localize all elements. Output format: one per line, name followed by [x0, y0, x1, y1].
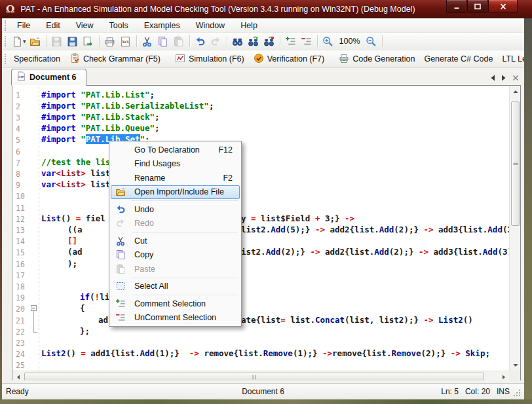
vertical-scroll-thumb[interactable]: [511, 101, 520, 226]
prev-tab-button[interactable]: [490, 75, 495, 81]
menu-item-label: Comment Selection: [134, 299, 206, 308]
comment-icon: [111, 299, 130, 309]
prev-tab-icon: [490, 75, 495, 81]
button-label: Code Generation: [352, 54, 415, 64]
menu-window[interactable]: Window: [189, 19, 231, 32]
menu-item-uncomment-selection[interactable]: UnComment Selection: [111, 311, 240, 325]
close-button[interactable]: [488, 0, 518, 13]
button-code-generation[interactable]: Code Generation: [334, 51, 419, 67]
code-segment: []: [67, 236, 77, 246]
menu-view[interactable]: View: [69, 19, 100, 32]
zoom-in-icon[interactable]: [320, 34, 336, 48]
document-panel: 1#import "PAT.Lib.List";2#import "PAT.Li…: [12, 85, 521, 382]
code-segment: >: [81, 168, 86, 178]
comment-icon[interactable]: [283, 34, 299, 48]
code-segment: add3{list.: [428, 247, 483, 257]
code-segment: (1);}: [293, 348, 322, 358]
code-editor[interactable]: 1#import "PAT.Lib.List";2#import "PAT.Li…: [12, 86, 509, 371]
window-border-bottom: [0, 399, 532, 404]
menu-separator: [132, 295, 238, 295]
open-icon[interactable]: [28, 34, 43, 48]
minimize-button[interactable]: [446, 0, 466, 13]
code-segment: add3{list.: [434, 225, 488, 234]
menu-item-copy[interactable]: Copy: [111, 248, 240, 263]
menu-item-label: Rename: [134, 174, 165, 183]
copy-icon[interactable]: [155, 34, 171, 48]
code-segment: ->: [310, 247, 320, 257]
code-segment: list: [86, 179, 111, 189]
toolbar-separator: [136, 35, 137, 47]
menu-item-go-to-declaration[interactable]: Go To DeclarationF12: [111, 143, 240, 157]
code-segment: "PAT.Lib.Queue": [81, 123, 155, 133]
menu-item-comment-selection[interactable]: Comment Selection: [111, 297, 240, 311]
button-check-grammar-f5[interactable]: Check Grammar (F5): [65, 51, 165, 67]
menu-help[interactable]: Help: [234, 19, 264, 32]
find-all-icon[interactable]: [261, 34, 277, 48]
tab-document-6[interactable]: CSP Document 6: [11, 69, 86, 86]
menu-tools[interactable]: Tools: [103, 19, 135, 32]
cut-icon[interactable]: [140, 34, 155, 48]
code-segment: !: [95, 292, 100, 302]
code-line: List() = fiel: [41, 213, 105, 225]
toolbar-grip: [5, 36, 6, 46]
undo-icon[interactable]: [193, 34, 208, 48]
fold-collapse-icon[interactable]: [31, 305, 37, 311]
vertical-scrollbar[interactable]: [509, 86, 520, 371]
scroll-up-icon[interactable]: [510, 86, 521, 97]
code-segment: Add: [483, 247, 498, 257]
export-icon[interactable]: [81, 34, 96, 48]
button-verification-f7[interactable]: Verification (F7): [249, 51, 330, 67]
find-next-icon[interactable]: [246, 34, 261, 48]
menu-item-cut[interactable]: Cut: [111, 234, 240, 248]
redo-icon: [111, 218, 130, 229]
resize-grip[interactable]: [513, 389, 521, 397]
code-segment: (5);}: [286, 225, 315, 234]
code-segment: ;: [485, 348, 490, 358]
tex-icon[interactable]: TeX: [118, 34, 134, 48]
menu-item-select-all[interactable]: Select All: [111, 280, 240, 294]
line-number: 7: [16, 158, 20, 168]
code-segment: (): [66, 348, 81, 358]
menu-edit[interactable]: Edit: [39, 19, 67, 32]
menu-item-undo[interactable]: Undo: [111, 202, 240, 217]
button-generate-c-code[interactable]: Generate C# Code: [419, 52, 497, 65]
code-segment: ((a: [67, 225, 83, 234]
zoom-out-icon[interactable]: [364, 34, 379, 48]
button-label: Verification (F7): [267, 54, 325, 64]
menu-item-label: Undo: [134, 205, 154, 214]
code-line: ist2.Add(2);} -> add2{list.Add(2);} -> a…: [241, 247, 509, 258]
code-segment: };: [80, 326, 90, 336]
tab-label: Document 6: [29, 73, 77, 82]
button-label: Check Grammar (F5): [83, 54, 161, 64]
maximize-button[interactable]: [467, 0, 487, 13]
menu-item-label: Paste: [134, 265, 155, 274]
code-line: ate{list= list.Concat(list, list2);} -> …: [241, 315, 473, 326]
dropdown-caret-icon[interactable]: ▾: [23, 38, 26, 45]
menu-examples[interactable]: Examples: [138, 19, 187, 32]
menu-item-open-import-include-file[interactable]: Open Import/Include File: [111, 185, 240, 200]
close-tab-icon: [512, 75, 519, 81]
code-segment: #import: [41, 112, 76, 122]
menu-item-rename[interactable]: RenameF2: [111, 171, 240, 185]
zoom-level[interactable]: 100%: [339, 37, 360, 46]
scroll-down-icon[interactable]: [510, 359, 521, 371]
print-icon[interactable]: [102, 34, 118, 48]
next-tab-button[interactable]: [501, 75, 506, 81]
line-number: 13: [16, 226, 25, 235]
menu-item-paste[interactable]: Paste: [111, 262, 240, 276]
menu-file[interactable]: File: [10, 19, 37, 32]
save-all-icon[interactable]: [65, 34, 81, 48]
codegen-icon: [339, 53, 352, 65]
menu-item-redo[interactable]: Redo: [111, 217, 240, 231]
toolbar-separator: [382, 35, 383, 47]
button-specification[interactable]: Specification: [9, 52, 65, 65]
code-segment: ;: [155, 112, 160, 122]
code-segment: (list, list2);}: [345, 315, 423, 325]
button-simulation-f6[interactable]: Simulation (F6): [170, 51, 249, 67]
close-tab-button[interactable]: [512, 75, 519, 81]
find-icon[interactable]: [230, 34, 246, 48]
svg-text:TeX: TeX: [122, 39, 129, 44]
uncomment-icon[interactable]: [299, 34, 314, 48]
menu-item-find-usages[interactable]: Find Usages: [111, 157, 240, 172]
code-segment: add1{list.: [86, 348, 140, 358]
